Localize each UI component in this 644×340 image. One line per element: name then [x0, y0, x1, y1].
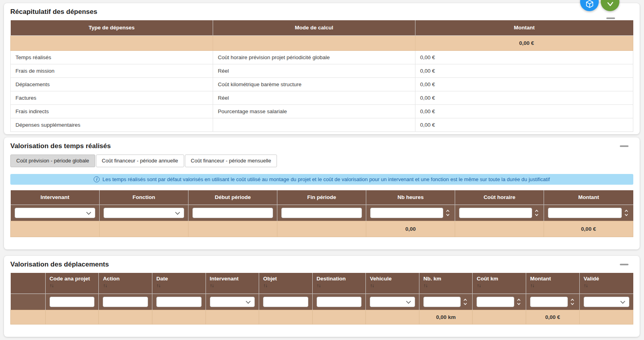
- summary-total-row: 0,00 €: [11, 35, 633, 50]
- deplacements-total-row: 0,00 km 0,00 €: [11, 310, 633, 324]
- number-stepper[interactable]: [534, 210, 540, 216]
- tab-cout-prevision-globale[interactable]: Coût prévision - période globale: [10, 155, 95, 167]
- page-title: Récapitulatif des dépenses: [10, 3, 633, 17]
- number-stepper[interactable]: [569, 299, 575, 305]
- sort-icon: ↑↓: [50, 283, 95, 288]
- summary-header-row: Type de dépenses Mode de calcul Montant: [11, 20, 633, 35]
- sort-icon: ↑↓: [477, 283, 522, 288]
- debut-periode-input[interactable]: [192, 208, 273, 218]
- table-row: Factures Réel 0,00 €: [11, 91, 633, 104]
- vehicule-select[interactable]: [370, 297, 415, 307]
- table-row: Frais indirects Pourcentage masse salari…: [11, 104, 633, 118]
- column-header-vehicule[interactable]: Vehicule↑↓: [366, 273, 419, 294]
- section-title-deplacements: Valorisation des déplacements: [10, 256, 633, 270]
- fonction-select[interactable]: [104, 208, 184, 218]
- total-nb-km: 0,00 km: [419, 310, 473, 324]
- intervenant-select[interactable]: [210, 297, 255, 307]
- column-header-intervenant: Intervenant: [11, 190, 100, 205]
- temps-card: Valorisation des temps réalisés Coût pré…: [4, 137, 640, 249]
- column-header-blank: [11, 273, 46, 294]
- info-banner: i Les temps réalisés sont par défaut val…: [10, 174, 633, 185]
- sort-icon: ↑↓: [103, 283, 148, 288]
- number-stepper[interactable]: [462, 299, 468, 305]
- column-header-code-ana-projet[interactable]: Code ana projet↑↓: [45, 273, 99, 294]
- sort-icon: ↑↓: [423, 283, 469, 288]
- column-header-action[interactable]: Action↑↓: [99, 273, 152, 294]
- table-row: Temps réalisés Coût horaire prévision pr…: [11, 50, 633, 64]
- cout-horaire-input[interactable]: [459, 208, 532, 218]
- total-montant: 0,00 €: [544, 221, 633, 237]
- collapse-icon[interactable]: [606, 17, 615, 19]
- column-header-nb-km[interactable]: Nb. km↑↓: [419, 273, 473, 294]
- temps-header-row: Intervenant Fonction Début période Fin p…: [11, 190, 633, 205]
- montant-input[interactable]: [530, 297, 568, 307]
- info-banner-text: Les temps réalisés sont par défaut valor…: [102, 176, 550, 182]
- intervenant-select[interactable]: [15, 208, 96, 218]
- fin-periode-input[interactable]: [281, 208, 362, 218]
- chevron-down-icon: [246, 298, 251, 305]
- column-header-destination[interactable]: Destination↑↓: [312, 273, 366, 294]
- summary-card: Récapitulatif des dépenses Type de dépen…: [4, 3, 640, 134]
- chevron-down-icon: [620, 298, 625, 305]
- column-header-objet[interactable]: Objet↑↓: [259, 273, 313, 294]
- tab-cout-financeur-annuelle[interactable]: Coût financeur - période annuelle: [96, 155, 184, 167]
- sort-icon: ↑↓: [210, 283, 255, 288]
- chevron-down-icon: [86, 209, 91, 216]
- column-header-type: Type de dépenses: [11, 20, 213, 35]
- sort-icon: ↑↓: [530, 283, 575, 288]
- column-header-fonction: Fonction: [100, 190, 188, 205]
- temps-total-row: 0,00 0,00 €: [11, 221, 633, 237]
- date-input[interactable]: [156, 297, 202, 307]
- nb-km-input[interactable]: [423, 297, 461, 307]
- column-header-date[interactable]: Date↑↓: [152, 273, 206, 294]
- table-row: Dépenses supplémentaires 0,00 €: [11, 118, 633, 131]
- deplacements-filter-row: [11, 294, 633, 310]
- column-header-cout-km[interactable]: Coût km↑↓: [473, 273, 526, 294]
- total-montant: 0,00 €: [526, 310, 580, 324]
- info-icon: i: [94, 176, 100, 182]
- column-header-nb-heures: Nb heures: [366, 190, 455, 205]
- column-header-mode: Mode de calcul: [213, 20, 415, 35]
- cout-km-input[interactable]: [477, 297, 514, 307]
- table-row: Déplacements Coût kilométrique barème st…: [11, 77, 633, 91]
- objet-input[interactable]: [263, 297, 308, 307]
- temps-filter-row: [11, 205, 633, 221]
- tab-cout-financeur-mensuelle[interactable]: Coût financeur - période mensuelle: [185, 155, 277, 167]
- number-stepper[interactable]: [516, 299, 522, 305]
- table-row: Frais de mission Réel 0,00 €: [11, 64, 633, 77]
- number-stepper[interactable]: [445, 210, 451, 216]
- column-header-valide[interactable]: Validé↑↓: [579, 273, 633, 294]
- column-header-montant[interactable]: Montant↑↓: [526, 273, 580, 294]
- temps-table: Intervenant Fonction Début période Fin p…: [10, 190, 633, 237]
- collapse-icon[interactable]: [620, 264, 629, 265]
- deplacements-card: Valorisation des déplacements Code ana p…: [4, 256, 640, 337]
- section-title-temps: Valorisation des temps réalisés: [10, 137, 633, 151]
- destination-input[interactable]: [317, 297, 362, 307]
- sort-icon: ↑↓: [584, 283, 629, 288]
- cost-mode-tabs: Coût prévision - période globale Coût fi…: [10, 155, 633, 167]
- montant-input[interactable]: [548, 208, 621, 218]
- collapse-icon[interactable]: [620, 145, 629, 147]
- column-header-montant: Montant: [544, 190, 633, 205]
- sort-icon: ↑↓: [317, 283, 362, 288]
- total-montant: 0,00 €: [415, 35, 633, 50]
- summary-table: Type de dépenses Mode de calcul Montant …: [10, 20, 633, 132]
- sort-icon: ↑↓: [156, 283, 202, 288]
- check-icon: [606, 0, 615, 10]
- total-nb-heures: 0,00: [366, 221, 455, 237]
- deplacements-table: Code ana projet↑↓ Action↑↓ Date↑↓ Interv…: [10, 273, 633, 325]
- column-header-intervenant[interactable]: Intervenant↑↓: [206, 273, 259, 294]
- deplacements-header-row: Code ana projet↑↓ Action↑↓ Date↑↓ Interv…: [11, 273, 633, 294]
- code-ana-projet-input[interactable]: [50, 297, 95, 307]
- sort-icon: ↑↓: [263, 283, 308, 288]
- number-stepper[interactable]: [623, 210, 629, 216]
- valide-select[interactable]: [584, 297, 629, 307]
- column-header-cout-horaire: Coût horaire: [455, 190, 544, 205]
- nb-heures-input[interactable]: [370, 208, 443, 218]
- chevron-down-icon: [406, 298, 411, 305]
- chevron-down-icon: [175, 209, 180, 216]
- action-input[interactable]: [103, 297, 148, 307]
- column-header-montant: Montant: [415, 20, 633, 35]
- column-header-fin-periode: Fin période: [277, 190, 366, 205]
- cube-icon: [585, 0, 594, 10]
